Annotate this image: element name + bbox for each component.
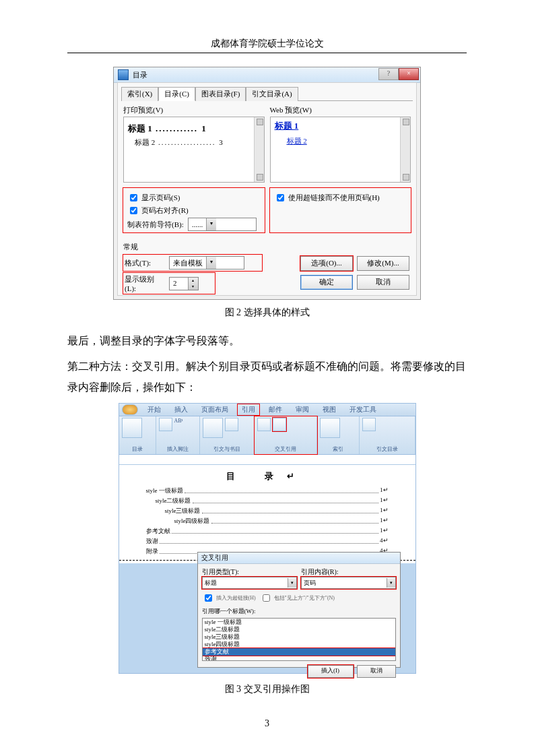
ribbon: 目录 AB¹插入脚注 引文与书目 交叉引用 索引 引文目录 [119, 416, 415, 455]
captions-group: 交叉引用 [255, 416, 317, 454]
tab-toc[interactable]: 目录(C) [158, 87, 195, 101]
close-button[interactable]: × [399, 68, 419, 80]
document-area: 目 录↵ style 一级标题1↵ style二级标题1↵ style三级标题1… [119, 465, 415, 563]
web-preview-label: Web 预览(W) [270, 105, 411, 115]
print-preview-label: 打印预览(V) [123, 105, 265, 115]
ribbon-tabs: 开始 插入 页面布局 引用 邮件 审阅 视图 开发工具 [119, 404, 415, 416]
scrollbar[interactable] [400, 117, 410, 182]
insert-hyperlink-checkbox[interactable]: 插入为超链接(H) [202, 592, 256, 604]
tab-figures[interactable]: 图表目录(F) [195, 87, 246, 101]
help-button[interactable]: ? [378, 68, 399, 80]
levels-spinner[interactable]: 2▴▾ [169, 277, 199, 290]
tab-references[interactable]: 引用 [238, 404, 259, 415]
office-button[interactable] [122, 404, 138, 415]
for-which-label: 引用哪一个标题(W): [202, 607, 396, 616]
format-combo[interactable]: 来自模板▾ [169, 256, 244, 270]
toc-icon[interactable] [122, 418, 142, 438]
scrollbar[interactable] [254, 117, 264, 182]
modify-button[interactable]: 修改(M)... [357, 256, 409, 271]
tab-leader-label: 制表符前导符(B): [127, 220, 184, 230]
toc-dialog: 目录 ? × 索引(X) 目录(C) 图表目录(F) 引文目录(A) 打印预览(… [113, 67, 421, 300]
paragraph-2: 第二种方法：交叉引用。解决个别目录页码或者标题不准确的问题。将需要修改的目录内容… [67, 356, 467, 398]
cross-reference-icon[interactable] [273, 418, 286, 431]
tab-view[interactable]: 视图 [319, 404, 340, 415]
tab-review[interactable]: 审阅 [292, 404, 313, 415]
header-rule [67, 53, 467, 53]
figure-2-caption: 图 2 选择具体的样式 [67, 307, 467, 319]
dialog-title: 目录 [133, 70, 147, 80]
tab-leader-combo[interactable]: ......▾ [188, 218, 257, 231]
titlebar: 目录 ? × [114, 67, 420, 83]
right-align-checkbox[interactable]: 页码右对齐(R) [127, 205, 261, 216]
insert-button[interactable]: 插入(I) [308, 665, 354, 678]
insert-as-label: 引用内容(R): [301, 567, 396, 577]
insert-as-combo[interactable]: 页码▾ [301, 577, 396, 589]
dialog-icon [118, 69, 129, 80]
index-icon[interactable] [320, 418, 340, 438]
word-screenshot: 开始 插入 页面布局 引用 邮件 审阅 视图 开发工具 目录 AB¹插入脚注 引… [119, 403, 416, 674]
ref-type-label: 引用类型(T): [202, 567, 297, 577]
use-hyperlinks-checkbox[interactable]: 使用超链接而不使用页码(H) [274, 192, 407, 203]
page-number: 3 [0, 718, 534, 729]
xref-cancel-button[interactable]: 取消 [357, 665, 396, 678]
citation-icon[interactable] [203, 418, 223, 438]
figure-3-caption: 图 3 交叉引用操作图 [67, 683, 467, 695]
show-page-numbers-checkbox[interactable]: 显示页码(S) [127, 192, 261, 203]
page-number-options: 显示页码(S) 页码右对齐(R) 制表符前导符(B): ......▾ [123, 188, 265, 232]
general-label: 常规 [123, 242, 411, 252]
footnote-icon[interactable] [159, 418, 172, 431]
tab-home[interactable]: 开始 [143, 404, 165, 415]
cancel-button[interactable]: 取消 [357, 275, 409, 290]
levels-label: 显示级别(L): [125, 274, 165, 292]
doc-title: 目 录↵ [146, 470, 389, 482]
tab-mailings[interactable]: 邮件 [265, 404, 286, 415]
page-header: 成都体育学院硕士学位论文 [67, 38, 467, 50]
tab-dev[interactable]: 开发工具 [345, 404, 380, 415]
xref-title: 交叉引用 [198, 553, 400, 564]
tab-layout[interactable]: 页面布局 [197, 404, 232, 415]
cross-ref-dialog: 交叉引用 引用类型(T): 标题▾ 引用内容(R): 页码▾ 插入为超链接(H)… [197, 552, 401, 668]
hyperlink-options: 使用超链接而不使用页码(H) [270, 188, 411, 232]
paragraph-1: 最后，调整目录的字体字号段落等。 [67, 331, 467, 351]
web-preview: 标题 1 标题 2 [270, 117, 411, 183]
insert-caption-icon[interactable] [257, 418, 271, 431]
ref-type-combo[interactable]: 标题▾ [202, 577, 297, 589]
dialog-tabs: 索引(X) 目录(C) 图表目录(F) 引文目录(A) [118, 84, 416, 101]
heading-list[interactable]: style 一级标题 style二级标题 style三级标题 style四级标题… [202, 618, 396, 661]
include-above-checkbox[interactable]: 包括"见上方"/"见下方"(N) [260, 592, 335, 604]
tab-insert[interactable]: 插入 [170, 404, 192, 415]
format-label: 格式(T): [125, 258, 165, 268]
ruler [119, 455, 415, 465]
tab-index[interactable]: 索引(X) [121, 87, 158, 101]
print-preview: 标题 1 ............ 1 标题 2 ...............… [123, 117, 265, 183]
tab-authorities[interactable]: 引文目录(A) [246, 87, 298, 101]
selected-heading: 参考文献 [203, 648, 395, 656]
ok-button[interactable]: 确定 [300, 275, 353, 290]
options-button[interactable]: 选项(O)... [300, 256, 353, 271]
